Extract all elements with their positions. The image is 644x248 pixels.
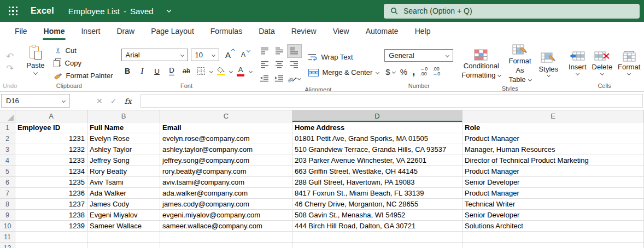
font-size-select[interactable]: 10 — [191, 49, 219, 61]
cell-C7[interactable]: ada.walker@company.com — [160, 188, 292, 199]
cell-E6[interactable]: Senior Developer — [462, 177, 644, 188]
cell-D1[interactable]: Home Address — [292, 122, 462, 133]
cell-A9[interactable]: 1238 — [15, 210, 87, 221]
fill-color-chevron-icon[interactable] — [229, 69, 232, 73]
increase-decimal-button[interactable]: ←0.00 — [420, 67, 428, 76]
cell-E10[interactable]: Solutions Architect — [462, 221, 644, 232]
tab-review[interactable]: Review — [283, 22, 325, 40]
row-header-11[interactable]: 11 — [0, 232, 15, 243]
cell-A2[interactable]: 1231 — [15, 133, 87, 144]
align-left-button[interactable] — [257, 58, 272, 72]
percent-format-button[interactable]: % — [400, 67, 407, 76]
cell-D5[interactable]: 663 Griffin Street, Westlake, OH 44145 — [292, 166, 462, 177]
cell-D4[interactable]: 203 Parker Avenue Winchester, VA 22601 — [292, 155, 462, 166]
cell-D12[interactable] — [292, 243, 462, 248]
delete-cells-button[interactable]: Delete — [590, 51, 615, 75]
cell-E11[interactable] — [462, 232, 644, 243]
cell-A6[interactable]: 1235 — [15, 177, 87, 188]
cell-D10[interactable]: 444 Birch Hill Road, Dalton, GA 30721 — [292, 221, 462, 232]
cell-A8[interactable]: 1237 — [15, 199, 87, 210]
cell-C11[interactable] — [160, 232, 292, 243]
tab-formulas[interactable]: Formulas — [202, 22, 250, 40]
formula-input[interactable] — [140, 94, 643, 108]
tab-data[interactable]: Data — [250, 22, 283, 40]
tab-insert[interactable]: Insert — [73, 22, 108, 40]
format-cells-button[interactable]: Format — [616, 51, 642, 75]
tab-help[interactable]: Help — [407, 22, 439, 40]
cell-C9[interactable]: evgeni.miyalov@company.com — [160, 210, 292, 221]
font-family-select[interactable]: Arial — [121, 49, 188, 61]
column-header-A[interactable]: A — [15, 110, 87, 122]
row-header-12[interactable]: 12 — [0, 243, 15, 248]
row-header-6[interactable]: 6 — [0, 177, 15, 188]
cancel-formula-icon[interactable]: ✕ — [96, 97, 103, 105]
underline-button[interactable]: U — [151, 64, 163, 78]
strikethrough-button[interactable]: ab — [180, 64, 193, 78]
wrap-text-button[interactable]: Wrap Text — [308, 53, 379, 61]
cell-A12[interactable] — [15, 243, 87, 248]
row-header-10[interactable]: 10 — [0, 221, 15, 232]
align-right-button[interactable] — [287, 58, 302, 72]
cell-E5[interactable]: Product Manager — [462, 166, 644, 177]
cell-A11[interactable] — [15, 232, 87, 243]
decrease-decimal-button[interactable]: .00→0 — [432, 67, 440, 76]
cell-B3[interactable]: Ashley Taylor — [87, 144, 160, 155]
cell-E7[interactable]: Product Manager — [462, 188, 644, 199]
tab-file[interactable]: File — [7, 22, 36, 40]
row-header-5[interactable]: 5 — [0, 166, 15, 177]
borders-button[interactable] — [195, 64, 208, 78]
chevron-down-icon[interactable] — [166, 9, 172, 13]
cell-C8[interactable]: james.cody@company.com — [160, 199, 292, 210]
copy-button[interactable]: Copy — [51, 57, 116, 69]
cell-E1[interactable]: Role — [462, 122, 644, 133]
align-middle-button[interactable] — [272, 44, 287, 58]
align-bottom-button[interactable] — [287, 44, 302, 58]
cell-A4[interactable]: 1233 — [15, 155, 87, 166]
row-header-1[interactable]: 1 — [0, 122, 15, 133]
row-header-8[interactable]: 8 — [0, 199, 15, 210]
row-header-3[interactable]: 3 — [0, 144, 15, 155]
cell-E3[interactable]: Manager, Human Resources — [462, 144, 644, 155]
redo-icon[interactable]: ↷ — [3, 64, 17, 74]
tab-view[interactable]: View — [325, 22, 358, 40]
cell-A10[interactable]: 1239 — [15, 221, 87, 232]
enter-formula-icon[interactable]: ✓ — [110, 97, 117, 105]
cell-B9[interactable]: Evgeni Miyalov — [87, 210, 160, 221]
borders-chevron-icon[interactable] — [209, 69, 213, 73]
cell-A3[interactable]: 1232 — [15, 144, 87, 155]
decrease-indent-button[interactable] — [257, 72, 272, 85]
decrease-font-button[interactable]: A — [237, 48, 250, 61]
cell-D2[interactable]: 01801 Petit Ave, Grand Sporks, MA 01505 — [292, 133, 462, 144]
cell-B5[interactable]: Rory Beatty — [87, 166, 160, 177]
merge-center-button[interactable]: Merge & Center — [308, 68, 379, 76]
cell-C3[interactable]: ashley.taylor@company.com — [160, 144, 292, 155]
document-title[interactable]: Employee List - Saved — [68, 7, 172, 16]
cell-styles-button[interactable]: Styles — [536, 52, 561, 76]
increase-indent-button[interactable] — [272, 72, 287, 85]
tab-page-layout[interactable]: Page Layout — [143, 22, 202, 40]
undo-icon[interactable]: ↶ — [3, 52, 17, 62]
tab-home[interactable]: Home — [36, 22, 73, 40]
align-top-button[interactable] — [257, 44, 272, 58]
cell-B12[interactable] — [87, 243, 160, 248]
insert-cells-button[interactable]: Insert — [566, 51, 589, 75]
cell-D6[interactable]: 288 Gulf Street, Havertown, PA 19083 — [292, 177, 462, 188]
currency-format-button[interactable]: $ — [385, 67, 390, 76]
search-input[interactable]: Search (Option + Q) — [384, 4, 640, 19]
row-header-4[interactable]: 4 — [0, 155, 15, 166]
cell-B4[interactable]: Jeffrey Song — [87, 155, 160, 166]
paste-button[interactable]: Paste — [22, 44, 48, 75]
cell-C4[interactable]: jeffrey.song@company.com — [160, 155, 292, 166]
tab-automate[interactable]: Automate — [358, 22, 407, 40]
cell-B8[interactable]: James Cody — [87, 199, 160, 210]
cell-A7[interactable]: 1236 — [15, 188, 87, 199]
column-header-C[interactable]: C — [160, 110, 292, 122]
cell-C1[interactable]: Email — [160, 122, 292, 133]
cell-C12[interactable] — [160, 243, 292, 248]
fill-color-button[interactable] — [215, 64, 227, 78]
cell-B11[interactable] — [87, 232, 160, 243]
cell-B2[interactable]: Evelyn Rose — [87, 133, 160, 144]
number-format-select[interactable]: General — [384, 49, 453, 62]
cell-E12[interactable] — [462, 243, 644, 248]
cell-D3[interactable]: 510 Grandview Terrace, Granda Hills, CA … — [292, 144, 462, 155]
